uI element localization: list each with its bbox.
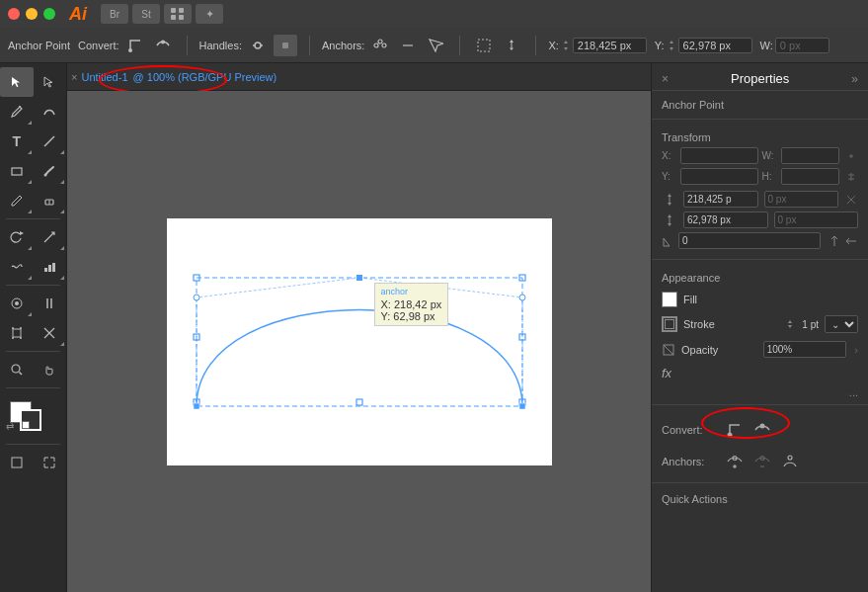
select-anchors-button[interactable] [424,35,447,56]
opacity-arrow: › [854,344,858,356]
panel-title: Properties [731,71,789,86]
fx-row: fx [662,362,858,384]
eraser-tool[interactable] [34,186,67,215]
panel-close-button[interactable]: × [662,72,669,86]
transform-h-input[interactable] [781,168,840,185]
feather-icon[interactable]: ✦ [196,4,223,24]
svg-rect-45 [194,403,199,409]
w-display-input[interactable] [764,191,839,208]
convert-smooth-button[interactable] [151,35,175,56]
graph-tool[interactable] [34,252,67,282]
tool-sep-4 [6,387,60,388]
handles-hide-button[interactable] [274,35,297,56]
fullscreen-mode-button[interactable] [34,448,67,477]
close-button[interactable] [8,8,20,20]
svg-rect-19 [52,263,55,272]
transform-y-input[interactable] [680,168,758,185]
minimize-button[interactable] [26,8,38,20]
h-display-input[interactable] [774,211,859,228]
swap-colors-icon[interactable]: ⇄ [6,421,14,432]
fx-label[interactable]: fx [662,366,671,381]
svg-point-55 [728,433,733,438]
show-all-anchors-button[interactable] [368,35,392,56]
w-value-input[interactable] [775,38,829,53]
zoom-tool[interactable] [0,355,34,384]
y-value-input[interactable] [678,38,752,53]
pen-tool[interactable] [0,97,34,127]
artboard-icon [10,326,24,340]
handles-section: Handles: [199,35,297,56]
y-display-input[interactable] [683,211,768,228]
angle-input[interactable] [678,232,821,249]
curvature-tool[interactable] [34,97,67,127]
rectangle-tool[interactable] [0,156,34,186]
tab-bar: × Untitled-1 @ 100% (RGB/GPU Preview) [67,63,651,91]
svg-rect-10 [478,40,490,51]
remove-anchor-button[interactable] [751,451,773,472]
rotate-tool[interactable] [0,222,34,252]
tab-close-button[interactable]: × [71,71,77,83]
transform-w-row: W: [762,147,859,164]
svg-point-7 [382,43,386,47]
add-anchor-button[interactable] [724,451,746,472]
constrain-icon [844,170,858,184]
maximize-button[interactable] [43,8,55,20]
pencil-tool[interactable] [0,186,34,215]
paintbrush-tool[interactable] [34,156,67,186]
title-bar-icons: Br St ✦ [101,4,223,24]
column-tool[interactable] [34,289,67,318]
marquee-button[interactable] [472,35,496,56]
tool-sep-2 [6,285,60,286]
xy-display [652,191,868,211]
direct-select-tool[interactable] [34,67,67,97]
default-colors-icon[interactable] [22,421,30,429]
stock-icon[interactable]: St [132,4,160,24]
svg-point-21 [15,301,19,305]
convert-corner-panel-button[interactable] [724,419,746,441]
convert-corner-button[interactable] [123,35,147,56]
hand-tool[interactable] [34,355,67,384]
tool-row-7 [0,252,66,282]
select-tool[interactable] [0,67,34,97]
type-tool[interactable]: T [0,127,34,156]
convert-smooth-panel-button[interactable] [751,419,773,441]
stroke-dropdown[interactable]: ⌄ [825,315,858,333]
opacity-input[interactable] [763,341,847,358]
main-area: T [0,63,868,592]
rotate-icon [10,230,24,244]
symbol-tool[interactable] [0,289,34,318]
transform-x-input[interactable] [680,147,758,164]
handles-show-button[interactable] [246,35,270,56]
scale-icon [42,230,56,244]
more-button[interactable]: ... [652,384,868,400]
toolbar-sep-2 [309,36,310,55]
panel-collapse-button[interactable]: » [851,72,858,86]
appearance-label: Appearance [652,264,868,288]
libraries-icon[interactable] [164,4,192,24]
anchors-toolbar-section: Anchors: [322,35,447,56]
xy-display-2 [652,211,868,232]
bridge-icon[interactable]: Br [101,4,128,24]
svg-line-43 [197,278,359,297]
x-display-input[interactable] [683,191,758,208]
x-value-input[interactable] [573,38,647,53]
svg-point-49 [519,295,525,300]
transform-x-label: X: [662,150,677,161]
convert-row: Convert: [662,415,858,445]
warp-tool[interactable] [0,252,34,282]
eraser-icon [42,194,56,208]
scale-tool[interactable] [34,222,67,252]
fill-swatch[interactable] [662,292,677,307]
normal-mode-button[interactable] [0,448,34,477]
move-button[interactable] [500,35,523,56]
hide-anchors-button[interactable] [396,35,420,56]
opacity-row: Opacity › [662,337,858,362]
anchor-options-button[interactable] [779,451,801,472]
slice-tool[interactable] [34,318,67,348]
stroke-swatch[interactable] [662,316,677,332]
toolbar: Anchor Point Convert: Handles: [0,28,868,63]
transform-w-input[interactable] [781,147,840,164]
artboard-tool[interactable] [0,318,34,348]
anchors-toolbar-label: Anchors: [322,40,364,51]
line-tool[interactable] [34,127,67,156]
